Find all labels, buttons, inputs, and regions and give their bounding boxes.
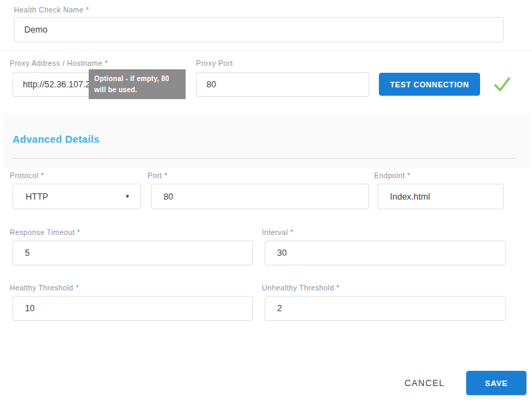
unhealthy-threshold-input[interactable] [265,296,506,321]
proxy-address-label: Proxy Address / Hostname * [10,59,108,67]
section-divider-top [0,50,532,51]
proxy-port-label: Proxy Port [196,59,233,67]
check-icon [493,76,512,96]
protocol-selected-value: HTTP [26,192,48,202]
advanced-details-heading: Advanced Details [12,134,100,145]
port-input[interactable] [151,184,369,209]
health-check-name-label: Health Check Name * [14,6,89,14]
test-connection-button[interactable]: TEST CONNECTION [379,73,480,96]
response-timeout-input[interactable] [12,241,253,265]
health-check-name-input[interactable] [14,17,504,42]
response-timeout-label: Response Timeout * [10,228,80,236]
unhealthy-threshold-label: Unhealthy Threshold * [262,283,339,292]
proxy-port-input[interactable] [196,72,369,97]
advanced-details-divider [12,158,516,159]
chevron-down-icon: ▼ [125,193,130,200]
endpoint-input[interactable] [378,184,504,209]
interval-input[interactable] [265,241,506,265]
cancel-button[interactable]: CANCEL [400,376,449,391]
port-label: Port * [148,171,168,180]
proxy-port-tooltip: Optional - if empty, 80 will be used. [89,69,186,99]
interval-label: Interval * [262,228,293,236]
protocol-label: Protocol * [10,171,44,180]
healthy-threshold-input[interactable] [12,296,253,321]
save-button[interactable]: SAVE [466,371,526,395]
healthy-threshold-label: Healthy Threshold * [10,283,79,292]
endpoint-label: Endpoint * [374,171,410,180]
protocol-select[interactable]: HTTP ▼ [12,184,141,209]
